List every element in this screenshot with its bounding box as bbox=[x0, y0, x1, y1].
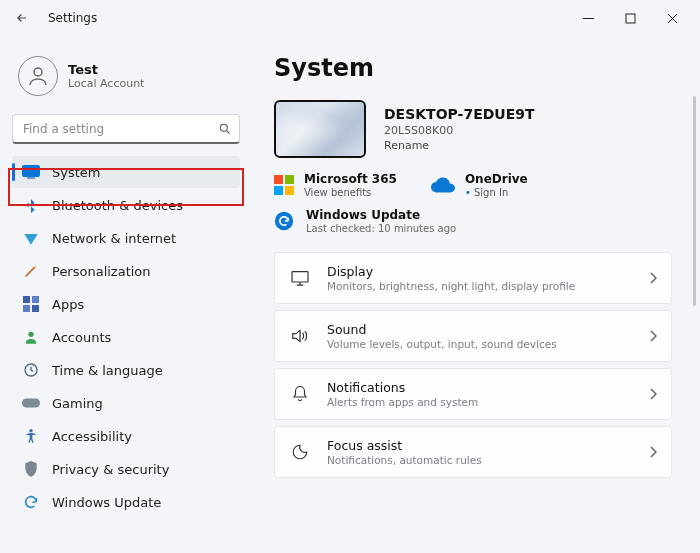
microsoft-365-icon bbox=[274, 175, 294, 195]
svg-point-1 bbox=[34, 68, 42, 76]
card-subtitle: Alerts from apps and system bbox=[327, 396, 649, 408]
card-sound[interactable]: SoundVolume levels, output, input, sound… bbox=[274, 310, 672, 362]
arrow-left-icon bbox=[15, 11, 29, 25]
svg-rect-7 bbox=[23, 305, 30, 312]
scrollbar[interactable] bbox=[693, 96, 696, 306]
service-m365[interactable]: Microsoft 365 View benefits bbox=[274, 172, 397, 198]
search-input[interactable] bbox=[12, 114, 240, 144]
window-title: Settings bbox=[48, 11, 97, 25]
nav-list: System Bluetooth & devices Network & int… bbox=[12, 156, 240, 518]
svg-rect-4 bbox=[27, 177, 35, 179]
sidebar-item-label: Accessibility bbox=[52, 429, 132, 444]
card-notifications[interactable]: NotificationsAlerts from apps and system bbox=[274, 368, 672, 420]
service-title: OneDrive bbox=[465, 172, 528, 186]
person-icon bbox=[26, 64, 50, 88]
card-subtitle: Monitors, brightness, night light, displ… bbox=[327, 280, 649, 292]
sidebar-item-time[interactable]: Time & language bbox=[12, 354, 240, 386]
service-title: Microsoft 365 bbox=[304, 172, 397, 186]
minimize-icon bbox=[583, 13, 594, 24]
close-button[interactable] bbox=[652, 4, 692, 32]
search-box bbox=[12, 114, 240, 144]
card-title: Sound bbox=[327, 322, 649, 337]
main-content: System DESKTOP-7EDUE9T 20L5S08K00 Rename… bbox=[248, 36, 700, 553]
focus-assist-icon bbox=[289, 443, 311, 461]
windows-update-block[interactable]: Windows Update Last checked: 10 minutes … bbox=[274, 208, 672, 234]
card-title: Notifications bbox=[327, 380, 649, 395]
bluetooth-icon bbox=[22, 196, 40, 214]
services-row: Microsoft 365 View benefits OneDrive Sig… bbox=[274, 172, 672, 198]
chevron-right-icon bbox=[649, 327, 657, 346]
sidebar-item-privacy[interactable]: Privacy & security bbox=[12, 453, 240, 485]
avatar bbox=[18, 56, 58, 96]
sidebar-item-label: Network & internet bbox=[52, 231, 176, 246]
sidebar-item-label: Bluetooth & devices bbox=[52, 198, 183, 213]
device-model: 20L5S08K00 bbox=[384, 124, 535, 137]
minimize-button[interactable] bbox=[568, 4, 608, 32]
maximize-button[interactable] bbox=[610, 4, 650, 32]
page-title: System bbox=[274, 54, 672, 82]
update-title: Windows Update bbox=[306, 208, 456, 222]
sidebar-item-accessibility[interactable]: Accessibility bbox=[12, 420, 240, 452]
card-display[interactable]: DisplayMonitors, brightness, night light… bbox=[274, 252, 672, 304]
update-subtitle: Last checked: 10 minutes ago bbox=[306, 223, 456, 234]
svg-rect-3 bbox=[22, 165, 40, 177]
personalization-icon bbox=[22, 262, 40, 280]
maximize-icon bbox=[625, 13, 636, 24]
svg-rect-6 bbox=[32, 296, 39, 303]
device-name: DESKTOP-7EDUE9T bbox=[384, 106, 535, 122]
profile-subtitle: Local Account bbox=[68, 77, 144, 90]
svg-point-9 bbox=[28, 332, 33, 337]
card-title: Display bbox=[327, 264, 649, 279]
sidebar-item-system[interactable]: System bbox=[12, 156, 240, 188]
settings-cards: DisplayMonitors, brightness, night light… bbox=[274, 252, 672, 478]
gaming-icon bbox=[22, 394, 40, 412]
sidebar-item-apps[interactable]: Apps bbox=[12, 288, 240, 320]
card-title: Focus assist bbox=[327, 438, 649, 453]
service-onedrive[interactable]: OneDrive Sign In bbox=[431, 172, 528, 198]
privacy-icon bbox=[22, 460, 40, 478]
network-icon bbox=[22, 229, 40, 247]
chevron-right-icon bbox=[649, 443, 657, 462]
device-block: DESKTOP-7EDUE9T 20L5S08K00 Rename bbox=[274, 100, 672, 158]
sidebar-item-accounts[interactable]: Accounts bbox=[12, 321, 240, 353]
profile-block[interactable]: Test Local Account bbox=[18, 56, 232, 96]
sidebar-item-network[interactable]: Network & internet bbox=[12, 222, 240, 254]
titlebar: Settings bbox=[0, 0, 700, 36]
onedrive-icon bbox=[431, 177, 455, 193]
svg-point-12 bbox=[29, 429, 32, 432]
svg-point-13 bbox=[275, 212, 293, 230]
sidebar-item-label: Time & language bbox=[52, 363, 163, 378]
sidebar-item-gaming[interactable]: Gaming bbox=[12, 387, 240, 419]
chevron-right-icon bbox=[649, 269, 657, 288]
device-image bbox=[274, 100, 366, 158]
sidebar-item-label: System bbox=[52, 165, 100, 180]
card-focus-assist[interactable]: Focus assistNotifications, automatic rul… bbox=[274, 426, 672, 478]
sidebar: Test Local Account System Bluetooth & de… bbox=[0, 36, 248, 553]
svg-rect-0 bbox=[626, 14, 635, 23]
sidebar-item-label: Windows Update bbox=[52, 495, 161, 510]
sidebar-item-personalization[interactable]: Personalization bbox=[12, 255, 240, 287]
svg-rect-8 bbox=[32, 305, 39, 312]
sidebar-item-update[interactable]: Windows Update bbox=[12, 486, 240, 518]
service-subtitle: View benefits bbox=[304, 187, 397, 198]
profile-name: Test bbox=[68, 62, 144, 77]
close-icon bbox=[667, 13, 678, 24]
apps-icon bbox=[22, 295, 40, 313]
back-button[interactable] bbox=[8, 4, 36, 32]
notifications-icon bbox=[289, 385, 311, 403]
sidebar-item-label: Gaming bbox=[52, 396, 103, 411]
update-sync-icon bbox=[274, 211, 294, 231]
card-subtitle: Volume levels, output, input, sound devi… bbox=[327, 338, 649, 350]
update-icon bbox=[22, 493, 40, 511]
sidebar-item-label: Accounts bbox=[52, 330, 111, 345]
svg-rect-11 bbox=[22, 399, 40, 408]
sidebar-item-label: Personalization bbox=[52, 264, 151, 279]
card-subtitle: Notifications, automatic rules bbox=[327, 454, 649, 466]
rename-link[interactable]: Rename bbox=[384, 139, 535, 152]
sound-icon bbox=[289, 328, 311, 344]
sidebar-item-bluetooth[interactable]: Bluetooth & devices bbox=[12, 189, 240, 221]
svg-rect-5 bbox=[23, 296, 30, 303]
svg-rect-14 bbox=[292, 272, 308, 282]
sidebar-item-label: Apps bbox=[52, 297, 84, 312]
sidebar-item-label: Privacy & security bbox=[52, 462, 169, 477]
